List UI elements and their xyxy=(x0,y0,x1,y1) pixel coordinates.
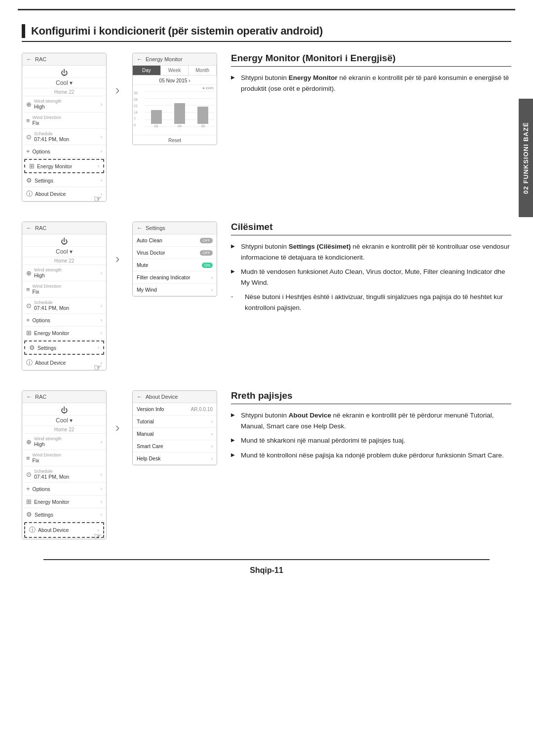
screens-col-3: ← RAC ⏻ Cool ▾ Home 22 ⊕Wind strengthHig… xyxy=(22,390,217,539)
manual-label: Manual xyxy=(137,431,153,437)
em-bars: 03 04 05 xyxy=(145,103,215,128)
version-info-value: AR.0.0.10 xyxy=(191,407,213,412)
auto-clean-toggle[interactable]: OFF xyxy=(200,238,213,243)
menu-options-3: +Options › xyxy=(22,483,106,495)
menu-settings-1: ⚙Settings › xyxy=(22,174,106,187)
em-tab-month[interactable]: Month xyxy=(189,66,217,75)
desc-bullets-cilesimet: Shtypni butonin Settings (Cilësimet) në … xyxy=(231,241,511,313)
direction-icon: ≡ xyxy=(26,117,30,124)
direction-icon-3: ≡ xyxy=(26,454,30,462)
desc-bullets-energy-monitor: Shtypni butonin Energy Monitor në ekrani… xyxy=(231,73,511,94)
grid-line xyxy=(145,98,215,99)
em-reset-button[interactable]: Reset xyxy=(133,135,217,145)
menu-schedule-2: ⊙Schedule07:41 PM, Mon › xyxy=(22,298,106,314)
rac-mode-3: Cool ▾ xyxy=(22,416,106,426)
section-cilesimet: ← RAC ⏻ Cool ▾ Home 22 ⊕Wind strengthHig… xyxy=(22,222,511,371)
auto-clean-label: Auto Clean xyxy=(137,237,162,243)
power-row-3: ⏻ xyxy=(22,403,106,416)
bar-04 xyxy=(174,103,185,124)
menu-schedule-1: ⊙Schedule07:41 PM, Mon › xyxy=(22,129,106,145)
about-icon-2: ⓘ xyxy=(26,358,33,367)
settings-mute: Mute ON xyxy=(133,259,217,271)
my-wind-chevron: › xyxy=(211,287,213,293)
em-header: ← Energy Monitor xyxy=(133,53,217,66)
options-icon-3: + xyxy=(26,485,30,492)
menu-wind-direction-3: ≡Wind DirectionFix xyxy=(22,450,106,466)
filter-chevron: › xyxy=(211,275,213,280)
about-header-title: About Device xyxy=(146,394,178,400)
about-tutorial[interactable]: Tutorial › xyxy=(133,416,217,428)
y-label-0: 0 xyxy=(134,123,138,127)
menu-about-3[interactable]: ⓘAbout Device › xyxy=(24,522,104,538)
menu-options-2: +Options › xyxy=(22,314,106,327)
sidebar-label: 02 FUNKSIONI BAZË xyxy=(519,99,533,217)
power-row: ⏻ xyxy=(22,66,106,78)
schedule-icon: ⊙ xyxy=(26,133,32,141)
page-footer: Shqip-11 xyxy=(43,559,490,575)
tutorial-chevron: › xyxy=(211,419,213,424)
arrow-3: › xyxy=(107,390,128,435)
em-tabs: Day Week Month xyxy=(133,66,217,76)
back-arrow-icon-3: ← xyxy=(26,393,32,400)
schedule-icon-3: ⊙ xyxy=(26,471,32,478)
mute-label: Mute xyxy=(137,262,148,268)
menu-wind-direction-1: ≡Wind DirectionFix xyxy=(22,113,106,129)
cursor-hand-icon-1: ☞ xyxy=(94,193,102,204)
settings-body: Auto Clean OFF Virus Doctor OFF Mute ON … xyxy=(133,234,217,296)
rac-header-3: ← RAC xyxy=(22,391,106,403)
desc-bullets-rreth: Shtypni butonin About Device në ekranin … xyxy=(231,410,511,460)
desc-energy-monitor: Energy Monitor (Monitori i Energjisë) Sh… xyxy=(217,53,511,98)
direction-icon-2: ≡ xyxy=(26,286,30,293)
menu-wind-strength-1: ⊕Wind strengthHigh › xyxy=(22,96,106,113)
settings-header: ← Settings xyxy=(133,222,217,234)
menu-wind-strength-3: ⊕Wind strengthHigh › xyxy=(22,434,106,450)
rac-header-1: ← RAC xyxy=(22,53,106,66)
help-desk-label: Help Desk xyxy=(137,455,160,461)
help-desk-chevron: › xyxy=(211,456,213,461)
section-rreth-pajisjes: ← RAC ⏻ Cool ▾ Home 22 ⊕Wind strengthHig… xyxy=(22,390,511,539)
energy-monitor-icon: ⊞ xyxy=(29,162,35,170)
em-header-title: Energy Monitor xyxy=(146,56,183,62)
about-help-desk[interactable]: Help Desk › xyxy=(133,453,217,465)
desc-rreth-3: Mund të kontrolloni nëse pajisja ka ndon… xyxy=(231,450,511,461)
mute-toggle[interactable]: ON xyxy=(202,263,213,268)
my-wind-label: My Wind xyxy=(137,287,157,293)
rac-body-2: ⏻ Cool ▾ Home 22 ⊕Wind strengthHigh › ≡W… xyxy=(22,234,106,370)
settings-filter[interactable]: Filter cleaning Indicator › xyxy=(133,271,217,284)
settings-header-title: Settings xyxy=(146,225,165,231)
menu-settings-3: ⚙Settings › xyxy=(22,508,106,521)
rac-body-3: ⏻ Cool ▾ Home 22 ⊕Wind strengthHigh › ≡W… xyxy=(22,403,106,538)
virus-doctor-label: Virus Doctor xyxy=(137,250,165,256)
settings-auto-clean: Auto Clean OFF xyxy=(133,234,217,247)
y-label-14: 14 xyxy=(134,111,138,114)
menu-energy-monitor-2: ⊞Energy Monitor › xyxy=(22,327,106,340)
bar-group-03: 03 xyxy=(151,110,162,128)
em-body: Day Week Month 05 Nov 2015 › ● kWh 35 28… xyxy=(133,66,217,145)
phone-rac-3: ← RAC ⏻ Cool ▾ Home 22 ⊕Wind strengthHig… xyxy=(22,390,107,539)
em-date-text: 05 Nov 2015 › xyxy=(159,78,190,83)
rac-body-1: ⏻ Cool ▾ Home 22 ⊕Wind strengthHigh › ≡W… xyxy=(22,66,106,201)
em-tab-week[interactable]: Week xyxy=(161,66,189,75)
y-label-35: 35 xyxy=(134,91,138,95)
smart-care-chevron: › xyxy=(211,444,213,449)
energy-monitor-screen: ← Energy Monitor Day Week Month 05 Nov 2… xyxy=(132,53,217,145)
settings-icon: ⚙ xyxy=(26,177,32,184)
settings-my-wind[interactable]: My Wind › xyxy=(133,284,217,296)
about-manual[interactable]: Manual › xyxy=(133,428,217,440)
em-tab-day[interactable]: Day xyxy=(133,66,161,75)
rac-header-title-3: RAC xyxy=(35,394,46,400)
rac-temp-2: Home 22 xyxy=(22,257,106,265)
arrow-2: › xyxy=(107,222,128,266)
desc-title-cilesimet: Cilësimet xyxy=(231,222,511,235)
rac-temp-3: Home 22 xyxy=(22,426,106,434)
menu-settings-2[interactable]: ⚙Settings › xyxy=(24,340,104,355)
back-arrow-icon: ← xyxy=(26,56,32,63)
bar-group-05: 05 xyxy=(197,107,208,128)
y-label-28: 28 xyxy=(134,98,138,101)
about-device-screen: ← About Device Version Info AR.0.0.10 Tu… xyxy=(132,390,217,465)
menu-energy-monitor-1[interactable]: ⊞Energy Monitor › xyxy=(24,159,104,173)
virus-doctor-toggle[interactable]: OFF xyxy=(200,250,213,256)
menu-schedule-3: ⊙Schedule07:41 PM, Mon › xyxy=(22,466,106,483)
em-y-axis: 35 28 21 14 7 0 xyxy=(134,91,138,127)
about-smart-care[interactable]: Smart Care › xyxy=(133,440,217,453)
